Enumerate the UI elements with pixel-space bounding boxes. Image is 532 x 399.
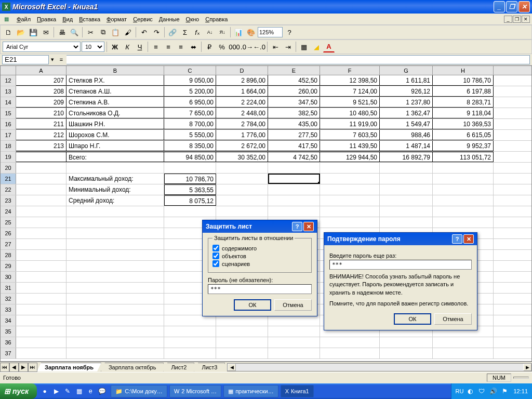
cell[interactable] <box>216 337 268 348</box>
cell[interactable]: Минимальный доход: <box>66 184 164 195</box>
drawing-icon[interactable]: 🎨 <box>245 26 257 38</box>
cell[interactable] <box>66 304 164 315</box>
menu-Данные[interactable]: Данные <box>156 15 183 23</box>
row-header[interactable]: 32 <box>1 294 16 304</box>
fill-color-icon[interactable]: ◢ <box>311 41 322 52</box>
col-header-D[interactable]: D <box>216 66 268 75</box>
tray-icon[interactable]: 🔊 <box>488 387 498 396</box>
dec-indent-icon[interactable]: ⇤ <box>270 41 281 52</box>
cell[interactable]: Степанов А.Ш. <box>66 86 164 97</box>
cell[interactable] <box>164 163 216 173</box>
cell[interactable] <box>16 174 66 184</box>
cell[interactable] <box>16 272 66 282</box>
col-header-A[interactable]: A <box>16 66 66 75</box>
cell[interactable]: 1 776,00 <box>216 130 268 140</box>
mail-icon[interactable]: ✉ <box>40 26 51 38</box>
cell[interactable]: 435,00 <box>268 119 320 129</box>
menu-Окно[interactable]: Окно <box>183 15 203 23</box>
cell[interactable]: 452,50 <box>268 75 320 86</box>
percent-icon[interactable]: % <box>216 41 228 52</box>
formula-input[interactable] <box>66 55 530 64</box>
col-header-F[interactable]: F <box>320 66 380 75</box>
cancel-button[interactable]: Отмена <box>274 299 312 311</box>
cell[interactable] <box>16 315 66 326</box>
save-icon[interactable]: 💾 <box>28 26 39 38</box>
quick-launch-icon[interactable]: ▶ <box>51 387 61 396</box>
zoom-input[interactable] <box>258 27 283 37</box>
menu-Вставка[interactable]: Вставка <box>76 15 103 23</box>
cell[interactable] <box>16 152 66 162</box>
cell[interactable] <box>164 326 216 337</box>
quick-launch-icon[interactable]: ▦ <box>74 387 84 396</box>
cell[interactable] <box>433 195 494 206</box>
cell[interactable] <box>16 228 66 238</box>
ok-button[interactable]: ОК <box>394 313 431 325</box>
cell[interactable] <box>66 337 164 348</box>
cell[interactable]: 213 <box>16 141 66 151</box>
cell[interactable] <box>433 174 494 184</box>
taskbar-task[interactable]: XКнига1 <box>281 385 314 397</box>
cell[interactable] <box>433 206 494 217</box>
cell[interactable]: 9 118,04 <box>433 108 494 118</box>
cell[interactable] <box>320 217 380 228</box>
taskbar-task[interactable]: ▦практически… <box>223 385 278 397</box>
paste-icon[interactable]: 📋 <box>110 26 121 38</box>
row-header[interactable]: 27 <box>1 239 16 249</box>
cell[interactable] <box>216 174 268 184</box>
cell[interactable] <box>268 348 320 358</box>
row-header[interactable]: 37 <box>1 348 16 358</box>
lang-indicator[interactable]: RU <box>456 388 464 394</box>
maximize-button[interactable]: ❐ <box>506 1 517 12</box>
cell[interactable] <box>16 337 66 348</box>
function-icon[interactable]: fₓ <box>192 26 203 38</box>
document-icon[interactable]: ▦ <box>2 15 10 23</box>
tab-nav-prev[interactable]: ◀ <box>9 363 19 372</box>
format-painter-icon[interactable]: 🖌 <box>122 26 134 38</box>
cell[interactable] <box>16 195 66 206</box>
dialog-close-button[interactable]: ✕ <box>303 222 314 231</box>
row-header[interactable]: 29 <box>1 261 16 271</box>
select-all-corner[interactable] <box>1 66 16 75</box>
cell[interactable] <box>216 326 268 337</box>
cell[interactable]: 260,00 <box>268 86 320 97</box>
cell[interactable] <box>320 174 380 184</box>
cell[interactable] <box>433 184 494 195</box>
cell[interactable]: 208 <box>16 86 66 97</box>
sheet-tab[interactable]: Зарплата октябрь <box>101 363 164 371</box>
cell[interactable]: 10 786,70 <box>164 174 216 184</box>
currency-icon[interactable]: ₽ <box>204 41 215 52</box>
menu-Файл[interactable]: Файл <box>14 15 34 23</box>
horizontal-scrollbar[interactable]: ◀▶ <box>227 363 532 371</box>
cell[interactable] <box>268 206 320 217</box>
cell[interactable] <box>380 184 433 195</box>
undo-icon[interactable]: ↶ <box>138 26 150 38</box>
cell[interactable]: 6 615,05 <box>433 130 494 140</box>
cell[interactable] <box>66 326 164 337</box>
print-icon[interactable]: 🖶 <box>56 26 68 38</box>
cell[interactable] <box>16 326 66 337</box>
row-header[interactable]: 22 <box>1 184 16 195</box>
bold-icon[interactable]: Ж <box>109 41 121 52</box>
clock[interactable]: 12:11 <box>513 388 528 394</box>
cell[interactable]: 277,50 <box>268 130 320 140</box>
menu-Вид[interactable]: Вид <box>59 15 76 23</box>
cell[interactable]: Шорохов С.М. <box>66 130 164 140</box>
cell[interactable]: 113 051,72 <box>433 152 494 162</box>
cell[interactable] <box>268 163 320 173</box>
cell[interactable]: 2 896,00 <box>216 75 268 86</box>
cell[interactable]: 2 784,00 <box>216 119 268 129</box>
borders-icon[interactable]: ▦ <box>298 41 310 52</box>
sheet-tab[interactable]: Зарплата ноябрь <box>37 363 101 371</box>
cell[interactable] <box>380 206 433 217</box>
quick-launch-icon[interactable]: ● <box>40 387 49 396</box>
col-header-E[interactable]: E <box>268 66 320 75</box>
cell[interactable]: 7 650,00 <box>164 108 216 118</box>
cell[interactable]: 8 075,12 <box>164 195 216 206</box>
dialog-titlebar[interactable]: Подтверждение пароля ? ✕ <box>324 233 477 245</box>
dialog-titlebar[interactable]: Защитить лист ? ✕ <box>203 220 317 233</box>
cell[interactable] <box>66 217 164 228</box>
col-header-B[interactable]: B <box>66 66 164 75</box>
cell[interactable]: 4 742,50 <box>268 152 320 162</box>
cell[interactable]: 211 <box>16 119 66 129</box>
row-header[interactable]: 18 <box>1 141 16 151</box>
